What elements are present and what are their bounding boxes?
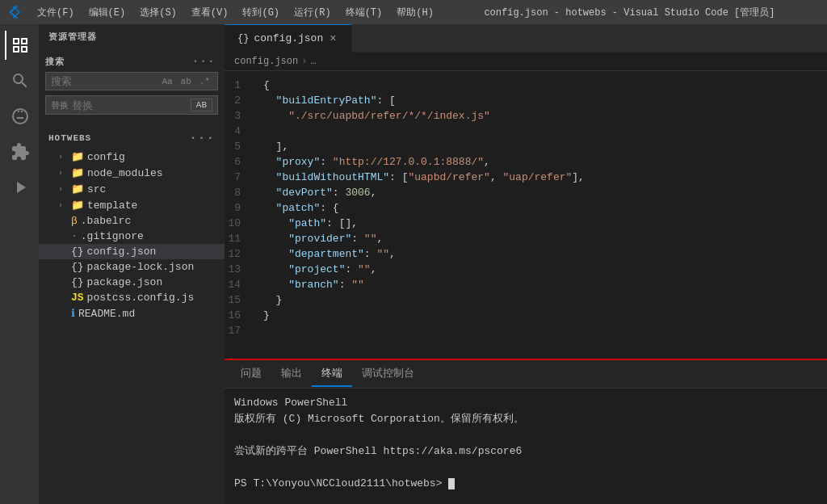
app-icon [8, 6, 21, 19]
main-layout: 资源管理器 搜索 ··· Aa ab .* 替换 AB [0, 24, 827, 504]
tab-label: config.json [254, 32, 323, 44]
activity-extensions[interactable] [5, 137, 34, 166]
sidebar: 资源管理器 搜索 ··· Aa ab .* 替换 AB [39, 24, 225, 504]
tree-item-label: .gitignore [81, 230, 144, 242]
folder-icon: 📁 [71, 150, 84, 163]
search-section: 搜索 ··· Aa ab .* 替换 AB [39, 49, 225, 121]
case-sensitive-icon[interactable]: Aa [159, 76, 174, 87]
folder-icon: 📁 [71, 183, 84, 195]
sidebar-explorer-header: 资源管理器 [39, 24, 225, 49]
regex-icon[interactable]: .* [197, 76, 212, 87]
menu-edit[interactable]: 编辑(E) [82, 4, 132, 21]
tab-problems[interactable]: 问题 [231, 361, 271, 387]
tree-item-label: postcss.config.js [87, 292, 195, 304]
tree-item-postcss[interactable]: JS postcss.config.js [39, 290, 225, 305]
tab-json-icon: {} [237, 33, 249, 44]
tree-item-readme[interactable]: ℹ README.md [39, 305, 225, 321]
folder-arrow-icon: › [58, 201, 71, 210]
menu-terminal[interactable]: 终端(T) [339, 4, 389, 21]
activity-search[interactable] [5, 66, 34, 95]
terminal-line-4: 尝试新的跨平台 PowerShell https://aka.ms/pscore… [234, 443, 817, 460]
search-section-label: 搜索 [45, 56, 65, 68]
tree-item-node-modules[interactable]: › 📁 node_modules [39, 165, 225, 181]
tree-item-src[interactable]: › 📁 src [39, 181, 225, 197]
menu-bar: 文件(F) 编辑(E) 选择(S) 查看(V) 转到(G) 运行(R) 终端(T… [31, 4, 440, 21]
tree-item-template[interactable]: › 📁 template [39, 197, 225, 213]
breadcrumb: config.json › … [225, 52, 827, 71]
code-content[interactable]: { "buildEntryPath": [ "./src/uapbd/refer… [257, 71, 827, 359]
hotwebs-section-label: HOTWEBS [48, 133, 91, 143]
tab-close-icon[interactable]: × [328, 32, 338, 45]
replace-box: 替换 AB [45, 95, 218, 115]
section-dots[interactable]: ··· [189, 131, 215, 145]
titlebar: 文件(F) 编辑(E) 选择(S) 查看(V) 转到(G) 运行(R) 终端(T… [0, 0, 827, 24]
code-editor[interactable]: 12345 678910 1112131415 1617 { "buildEnt… [225, 71, 827, 359]
whole-word-icon[interactable]: ab [178, 76, 194, 87]
terminal-panel: 问题 输出 终端 调试控制台 Windows PowerShell 版权所有 (… [225, 359, 827, 504]
replace-label: 替换 [51, 99, 69, 111]
search-options-dots[interactable]: ··· [191, 54, 215, 69]
json-file-icon: {} [71, 276, 84, 288]
tree-item-label: README.md [78, 308, 135, 320]
activity-explorer[interactable] [5, 31, 34, 60]
menu-help[interactable]: 帮助(H) [390, 4, 440, 21]
terminal-line-5 [234, 460, 817, 476]
terminal-content[interactable]: Windows PowerShell 版权所有 (C) Microsoft Co… [225, 388, 827, 504]
hotwebs-section-header[interactable]: HOTWEBS ··· [39, 128, 225, 149]
menu-goto[interactable]: 转到(G) [236, 4, 286, 21]
activity-run[interactable] [5, 173, 34, 202]
terminal-line-3 [234, 427, 817, 443]
readme-file-icon: ℹ [71, 307, 75, 320]
breadcrumb-file[interactable]: config.json [234, 56, 298, 67]
tree-item-label: config [87, 151, 125, 163]
terminal-prompt: PS T:\Yonyou\NCCloud2111\hotwebs> [234, 476, 817, 492]
tree-item-label: package-lock.json [87, 261, 195, 273]
search-box: Aa ab .* [45, 72, 218, 90]
terminal-line-2: 版权所有 (C) Microsoft Corporation。保留所有权利。 [234, 411, 817, 427]
folder-arrow-icon: › [58, 153, 71, 162]
replace-input[interactable] [72, 99, 191, 111]
menu-run[interactable]: 运行(R) [288, 4, 338, 21]
tab-debug-console[interactable]: 调试控制台 [352, 361, 424, 387]
folder-arrow-icon: › [58, 169, 71, 178]
breadcrumb-symbol[interactable]: … [310, 56, 316, 67]
tree-item-package-json[interactable]: {} package.json [39, 275, 225, 290]
window-title: config.json - hotwebs - Visual Studio Co… [440, 6, 819, 19]
tree-item-label: src [87, 183, 106, 195]
json-file-icon: {} [71, 246, 84, 258]
tab-config-json[interactable]: {} config.json × [225, 24, 352, 52]
search-input[interactable] [51, 75, 159, 87]
terminal-prompt-text: PS T:\Yonyou\NCCloud2111\hotwebs> [234, 477, 448, 489]
menu-select[interactable]: 选择(S) [133, 4, 183, 21]
tree-item-package-lock[interactable]: {} package-lock.json [39, 259, 225, 275]
tree-item-label: node_modules [87, 167, 163, 179]
file-tree: › 📁 config › 📁 node_modules › 📁 src › 📁 [39, 149, 225, 321]
file-tree-section: HOTWEBS ··· › 📁 config › 📁 node_modules … [39, 128, 225, 321]
breadcrumb-separator: › [301, 56, 307, 67]
activity-git[interactable] [5, 102, 34, 131]
tree-item-babelrc[interactable]: β .babelrc [39, 213, 225, 229]
menu-view[interactable]: 查看(V) [185, 4, 235, 21]
terminal-tab-bar: 问题 输出 终端 调试控制台 [225, 360, 827, 388]
tree-item-config[interactable]: › 📁 config [39, 149, 225, 165]
tab-output[interactable]: 输出 [271, 361, 312, 387]
folder-arrow-icon: › [58, 185, 71, 194]
babelrc-file-icon: β [71, 215, 78, 227]
tree-item-label: template [87, 200, 137, 212]
tab-terminal[interactable]: 终端 [312, 361, 352, 387]
tree-item-gitignore[interactable]: · .gitignore [39, 229, 225, 244]
gitignore-file-icon: · [71, 230, 78, 242]
json-file-icon: {} [71, 261, 84, 273]
terminal-line-1: Windows PowerShell [234, 395, 817, 411]
tab-bar: {} config.json × [225, 24, 827, 52]
activity-bar [0, 24, 39, 504]
tree-item-config-json[interactable]: {} config.json [39, 244, 225, 259]
line-numbers: 12345 678910 1112131415 1617 [225, 71, 257, 359]
replace-btn[interactable]: AB [191, 99, 212, 111]
menu-file[interactable]: 文件(F) [31, 4, 81, 21]
tree-item-label: package.json [87, 276, 163, 288]
editor-area: {} config.json × config.json › … 12345 6… [225, 24, 827, 504]
search-icon-group: Aa ab .* [159, 76, 212, 87]
js-file-icon: JS [71, 292, 84, 304]
folder-icon: 📁 [71, 199, 84, 212]
